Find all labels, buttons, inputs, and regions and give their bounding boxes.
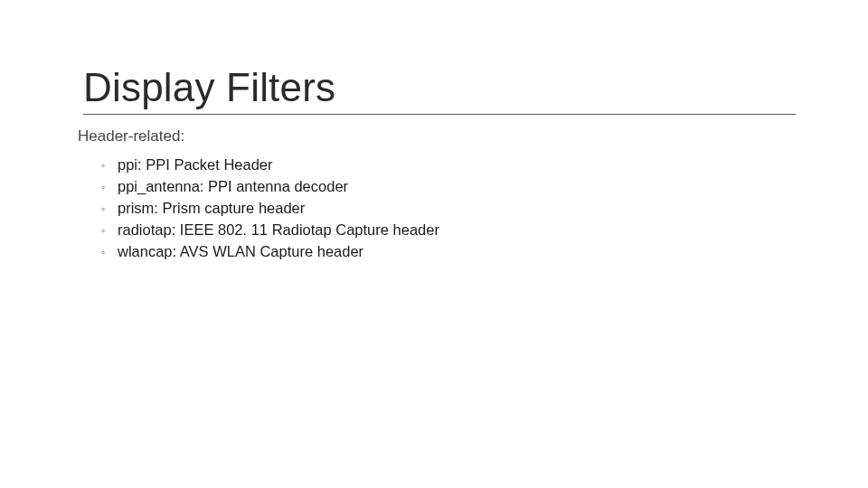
list-item-text: ppi_antenna: PPI antenna decoder xyxy=(118,176,348,198)
list-item: ◦ radiotap: IEEE 802. 11 Radiotap Captur… xyxy=(101,220,796,241)
list-item: ◦ ppi_antenna: PPI antenna decoder xyxy=(101,176,796,198)
bullet-icon: ◦ xyxy=(101,158,118,174)
slide-title: Display Filters xyxy=(83,65,796,110)
list-item: ◦ ppi: PPI Packet Header xyxy=(101,155,796,176)
slide: Display Filters Header-related: ◦ ppi: P… xyxy=(0,0,868,263)
list-item-text: wlancap: AVS WLAN Capture header xyxy=(118,241,363,263)
list-item-text: radiotap: IEEE 802. 11 Radiotap Capture … xyxy=(118,220,439,241)
list-item: ◦ prism: Prism capture header xyxy=(101,198,796,220)
list-item-text: prism: Prism capture header xyxy=(118,198,305,220)
list-item-text: ppi: PPI Packet Header xyxy=(118,155,273,176)
bullet-icon: ◦ xyxy=(101,223,118,239)
filter-list: ◦ ppi: PPI Packet Header ◦ ppi_antenna: … xyxy=(101,155,796,263)
bullet-icon: ◦ xyxy=(101,245,118,260)
title-underline xyxy=(83,114,796,115)
section-subheading: Header-related: xyxy=(78,127,796,145)
list-item: ◦ wlancap: AVS WLAN Capture header xyxy=(101,241,796,263)
bullet-icon: ◦ xyxy=(101,202,118,217)
bullet-icon: ◦ xyxy=(101,180,118,195)
